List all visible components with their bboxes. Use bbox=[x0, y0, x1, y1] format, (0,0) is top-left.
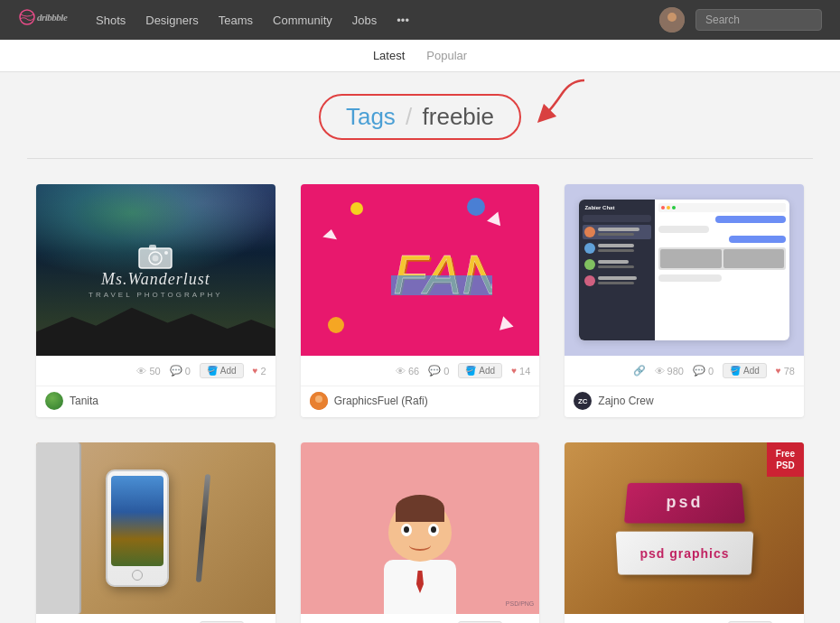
shot-3-meta: 🔗 👁 980 💬 0 🪣 Add ♥ 78 bbox=[565, 356, 804, 386]
fancy-text-3d: FANCY FANCY FANCY bbox=[348, 232, 492, 308]
char-pupil-right bbox=[431, 526, 436, 533]
comment-icon: 💬 bbox=[170, 365, 182, 377]
min-dot bbox=[667, 206, 670, 209]
shot-card: Zabier Chat bbox=[565, 184, 804, 417]
shots-grid: Ms.Wanderlust TRAVEL PHOTOGRAPHY 👁 50 💬 … bbox=[0, 159, 840, 623]
close-dot bbox=[661, 206, 665, 209]
travel-text: TRAVEL PHOTOGRAPHY bbox=[89, 291, 223, 299]
shot-card: PSD/PNG 👁 214 💬 0 🪣 Add ♥ 20 Oxygenna bbox=[301, 442, 540, 623]
shot-5-meta: 👁 214 💬 0 🪣 Add ♥ 20 bbox=[301, 614, 540, 623]
heart-icon: ♥ bbox=[253, 366, 258, 376]
phone-mockup bbox=[106, 470, 169, 587]
nav-designers[interactable]: Designers bbox=[138, 10, 206, 31]
user-avatar[interactable] bbox=[659, 7, 685, 33]
sub-nav-latest[interactable]: Latest bbox=[373, 49, 405, 62]
tags-link[interactable]: Tags bbox=[346, 103, 396, 130]
author-name[interactable]: GraphicsFuel (Rafi) bbox=[334, 395, 428, 407]
views-stat: 👁 980 bbox=[655, 366, 684, 377]
char-smile bbox=[409, 540, 431, 551]
psd-box-wrapper: psd psd graphics bbox=[617, 482, 752, 575]
bucket-icon: 🪣 bbox=[207, 366, 218, 376]
chat-avatar bbox=[584, 243, 595, 254]
psd-logo: psd graphics bbox=[639, 545, 730, 560]
message-bubble bbox=[658, 274, 722, 282]
triangle-1 bbox=[487, 209, 505, 227]
message-left bbox=[658, 226, 786, 233]
view-count: 50 bbox=[149, 366, 160, 377]
add-button[interactable]: 🪣 Add bbox=[458, 363, 502, 378]
svg-text:dribbble: dribbble bbox=[37, 12, 68, 23]
message-right bbox=[658, 216, 786, 223]
chat-user-info bbox=[598, 276, 649, 284]
navbar-right bbox=[659, 7, 822, 33]
shot-5-image[interactable]: PSD/PNG bbox=[301, 442, 540, 614]
char-tie bbox=[416, 571, 424, 593]
comment-count: 0 bbox=[708, 366, 714, 377]
views-stat: 👁 66 bbox=[396, 366, 419, 377]
phone-screen bbox=[111, 476, 163, 566]
char-eye-left bbox=[401, 524, 412, 536]
shot-card: 👁 136 💬 0 🪣 Add ♥ 3 Oxygenna bbox=[36, 442, 275, 623]
nav-jobs[interactable]: Jobs bbox=[345, 10, 384, 31]
chat-user-row bbox=[583, 225, 651, 239]
yellow-ball bbox=[350, 202, 363, 215]
shot-1-image[interactable]: Ms.Wanderlust TRAVEL PHOTOGRAPHY bbox=[36, 184, 275, 356]
chat-main bbox=[655, 200, 789, 341]
svg-point-14 bbox=[315, 395, 322, 403]
char-body bbox=[384, 560, 456, 614]
bucket-icon: 🪣 bbox=[730, 366, 741, 376]
svg-point-0 bbox=[20, 10, 34, 24]
svg-rect-7 bbox=[149, 245, 156, 250]
add-label: Add bbox=[743, 366, 760, 376]
tag-oval: Tags / freebie bbox=[319, 94, 521, 140]
svg-text:FANCY: FANCY bbox=[393, 243, 492, 304]
shot-2-bg: FANCY FANCY FANCY bbox=[301, 184, 540, 356]
comments-stat: 💬 0 bbox=[428, 365, 449, 377]
sub-nav-popular[interactable]: Popular bbox=[426, 49, 467, 62]
comment-icon: 💬 bbox=[693, 365, 705, 377]
shot-1-bg: Ms.Wanderlust TRAVEL PHOTOGRAPHY bbox=[36, 184, 275, 356]
shot-2-meta: 👁 66 💬 0 🪣 Add ♥ 14 bbox=[301, 356, 540, 386]
nav-more[interactable]: ••• bbox=[389, 10, 416, 31]
eye-icon: 👁 bbox=[655, 366, 665, 377]
search-input[interactable] bbox=[695, 9, 822, 31]
shot-3-image[interactable]: Zabier Chat bbox=[565, 184, 804, 356]
add-label: Add bbox=[479, 366, 495, 376]
shot-1-meta: 👁 50 💬 0 🪣 Add ♥ 2 bbox=[36, 356, 275, 386]
comment-icon: 💬 bbox=[428, 365, 441, 377]
add-button[interactable]: 🪣 Add bbox=[200, 363, 244, 378]
author-name[interactable]: Zajno Crew bbox=[598, 395, 653, 407]
mountain-silhouette bbox=[36, 296, 275, 357]
author-name[interactable]: Tanita bbox=[70, 395, 98, 407]
author-avatar: ZC bbox=[574, 392, 592, 410]
tag-text: Tags / freebie bbox=[346, 103, 494, 130]
shot-1-author: Tanita bbox=[36, 386, 275, 417]
dribbble-logo[interactable]: dribbble bbox=[18, 6, 72, 33]
shot-2-image[interactable]: FANCY FANCY FANCY bbox=[301, 184, 540, 356]
fancy-svg: FANCY FANCY FANCY bbox=[348, 232, 492, 304]
eye-icon: 👁 bbox=[396, 366, 406, 377]
nav-shots[interactable]: Shots bbox=[89, 10, 133, 31]
nav-teams[interactable]: Teams bbox=[211, 10, 260, 31]
message-bubble bbox=[729, 236, 786, 243]
nav-community[interactable]: Community bbox=[266, 10, 340, 31]
tag-name: freebie bbox=[423, 103, 495, 130]
shot-3-bg: Zabier Chat bbox=[565, 184, 804, 356]
orange-ball bbox=[328, 317, 344, 333]
tag-header: Tags / freebie bbox=[0, 72, 840, 158]
shot-4-image[interactable] bbox=[36, 442, 275, 614]
shot-6-image[interactable]: Free PSD psd psd graphics bbox=[565, 442, 804, 614]
chat-top-bar bbox=[658, 203, 786, 212]
char-eye-right bbox=[428, 524, 439, 536]
char-pupil-left bbox=[404, 526, 409, 533]
add-button[interactable]: 🪣 Add bbox=[723, 363, 767, 378]
like-count: 78 bbox=[784, 366, 795, 377]
char-hair bbox=[396, 495, 444, 522]
shot-2-author: GraphicsFuel (Rafi) bbox=[301, 386, 540, 417]
tag-title-wrapper: Tags / freebie bbox=[319, 94, 521, 140]
chat-user-msg bbox=[598, 282, 634, 284]
chat-messages bbox=[658, 216, 786, 338]
arrow-icon bbox=[526, 76, 589, 126]
max-dot bbox=[672, 206, 676, 209]
view-count: 66 bbox=[408, 366, 419, 377]
